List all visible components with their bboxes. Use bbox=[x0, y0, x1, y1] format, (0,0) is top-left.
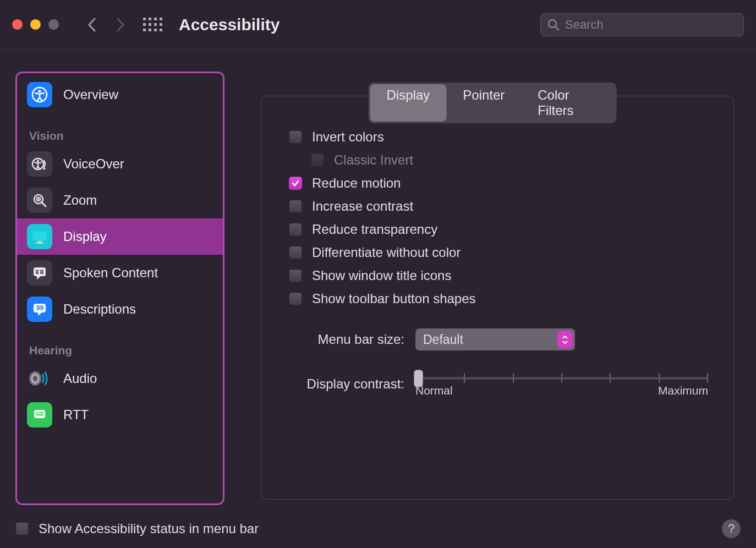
option-show-window-title-icons[interactable]: Show window title icons bbox=[289, 268, 708, 283]
segmented-control: Display Pointer Color Filters bbox=[369, 83, 617, 123]
option-classic-invert: Classic Invert bbox=[289, 152, 708, 168]
spoken-content-icon bbox=[27, 260, 52, 286]
voiceover-icon bbox=[27, 151, 52, 177]
search-input[interactable] bbox=[565, 18, 737, 32]
display-contrast-label: Display contrast: bbox=[289, 376, 404, 392]
svg-point-25 bbox=[33, 376, 37, 381]
option-label: Invert colors bbox=[312, 129, 384, 145]
option-label: Reduce motion bbox=[312, 176, 401, 191]
tab-display[interactable]: Display bbox=[370, 84, 447, 122]
sidebar-item-label: Descriptions bbox=[63, 302, 136, 317]
descriptions-icon: 99 bbox=[27, 297, 52, 322]
checkbox[interactable] bbox=[289, 292, 302, 305]
show-all-button[interactable] bbox=[140, 13, 165, 37]
sidebar-section-hearing: Hearing bbox=[17, 327, 223, 360]
svg-rect-18 bbox=[36, 272, 39, 274]
slider-thumb[interactable] bbox=[414, 370, 423, 387]
option-show-toolbar-button-shapes[interactable]: Show toolbar button shapes bbox=[289, 291, 708, 306]
svg-rect-15 bbox=[36, 243, 43, 244]
svg-rect-16 bbox=[34, 267, 46, 276]
status-checkbox[interactable] bbox=[15, 522, 29, 535]
tab-pointer[interactable]: Pointer bbox=[446, 84, 521, 122]
minimize-window-button[interactable] bbox=[30, 19, 41, 30]
rtt-icon bbox=[27, 402, 52, 428]
option-invert-colors[interactable]: Invert colors bbox=[289, 129, 708, 145]
option-increase-contrast[interactable]: Increase contrast bbox=[289, 199, 708, 214]
sidebar-item-label: Display bbox=[63, 229, 107, 244]
svg-rect-19 bbox=[40, 270, 43, 272]
option-label: Classic Invert bbox=[334, 152, 413, 168]
svg-point-5 bbox=[37, 160, 39, 162]
window-title: Accessibility bbox=[179, 15, 280, 34]
titlebar: Accessibility bbox=[0, 0, 756, 50]
option-reduce-motion[interactable]: Reduce motion bbox=[289, 176, 708, 191]
sidebar-item-label: VoiceOver bbox=[63, 156, 124, 172]
svg-rect-17 bbox=[36, 270, 39, 272]
sidebar: Overview Vision VoiceOver Zoom Display bbox=[15, 72, 224, 505]
sidebar-section-vision: Vision bbox=[17, 113, 223, 146]
svg-rect-14 bbox=[37, 241, 42, 243]
help-button[interactable]: ? bbox=[722, 519, 741, 538]
svg-rect-29 bbox=[36, 414, 43, 415]
search-field[interactable] bbox=[540, 13, 744, 36]
forward-button[interactable] bbox=[108, 13, 133, 37]
display-contrast-row: Display contrast: Normal Maximum bbox=[289, 370, 708, 397]
sidebar-item-spoken-content[interactable]: Spoken Content bbox=[17, 255, 223, 291]
option-label: Show window title icons bbox=[312, 268, 451, 283]
traffic-lights bbox=[12, 19, 59, 30]
audio-icon bbox=[27, 366, 52, 391]
select-arrows-icon bbox=[557, 331, 573, 348]
help-icon: ? bbox=[728, 522, 735, 536]
menu-bar-size-label: Menu bar size: bbox=[289, 332, 404, 347]
select-value: Default bbox=[423, 332, 463, 347]
sidebar-item-label: Audio bbox=[63, 371, 97, 386]
svg-rect-26 bbox=[34, 410, 45, 418]
menu-bar-size-select[interactable]: Default bbox=[415, 328, 575, 350]
checkbox bbox=[311, 154, 324, 167]
checkbox[interactable] bbox=[289, 177, 302, 190]
sidebar-item-display[interactable]: Display bbox=[17, 218, 223, 255]
svg-rect-28 bbox=[39, 412, 43, 413]
zoom-window-button[interactable] bbox=[48, 19, 59, 30]
checkbox[interactable] bbox=[289, 246, 302, 259]
option-label: Increase contrast bbox=[312, 199, 413, 214]
zoom-icon bbox=[27, 188, 52, 213]
menu-bar-size-row: Menu bar size: Default bbox=[289, 328, 708, 350]
checkbox[interactable] bbox=[289, 269, 302, 282]
svg-rect-27 bbox=[36, 412, 38, 413]
svg-point-6 bbox=[43, 168, 46, 170]
sidebar-item-overview[interactable]: Overview bbox=[17, 76, 223, 113]
status-checkbox-label: Show Accessibility status in menu bar bbox=[39, 521, 259, 536]
option-differentiate-without-color[interactable]: Differentiate without color bbox=[289, 245, 708, 260]
svg-text:99: 99 bbox=[36, 304, 44, 312]
sidebar-item-zoom[interactable]: Zoom bbox=[17, 182, 223, 218]
svg-point-3 bbox=[38, 90, 41, 92]
sidebar-item-label: Spoken Content bbox=[63, 265, 158, 281]
footer: Show Accessibility status in menu bar ? bbox=[15, 519, 741, 538]
checkbox[interactable] bbox=[289, 200, 302, 213]
sidebar-item-descriptions[interactable]: 99 Descriptions bbox=[17, 291, 223, 327]
svg-line-1 bbox=[556, 26, 559, 30]
tab-color-filters[interactable]: Color Filters bbox=[521, 84, 615, 122]
sidebar-item-audio[interactable]: Audio bbox=[17, 360, 223, 397]
sidebar-item-label: RTT bbox=[63, 407, 89, 423]
checkbox[interactable] bbox=[289, 130, 302, 144]
sidebar-item-label: Overview bbox=[63, 87, 118, 102]
option-label: Show toolbar button shapes bbox=[312, 291, 476, 306]
svg-rect-20 bbox=[40, 272, 43, 274]
back-button[interactable] bbox=[80, 13, 104, 37]
close-window-button[interactable] bbox=[12, 19, 23, 30]
option-label: Differentiate without color bbox=[312, 245, 461, 260]
checkbox[interactable] bbox=[289, 223, 302, 236]
sidebar-item-rtt[interactable]: RTT bbox=[17, 397, 223, 433]
display-options-group: Invert colors Classic Invert Reduce moti… bbox=[261, 96, 734, 500]
search-icon bbox=[547, 19, 560, 31]
grid-icon bbox=[143, 18, 162, 31]
sidebar-item-label: Zoom bbox=[63, 193, 97, 208]
slider-max-label: Maximum bbox=[658, 384, 708, 397]
display-icon bbox=[27, 224, 52, 249]
display-contrast-slider[interactable]: Normal Maximum bbox=[415, 370, 708, 397]
sidebar-item-voiceover[interactable]: VoiceOver bbox=[17, 146, 223, 182]
option-reduce-transparency[interactable]: Reduce transparency bbox=[289, 222, 708, 237]
option-label: Reduce transparency bbox=[312, 222, 437, 237]
